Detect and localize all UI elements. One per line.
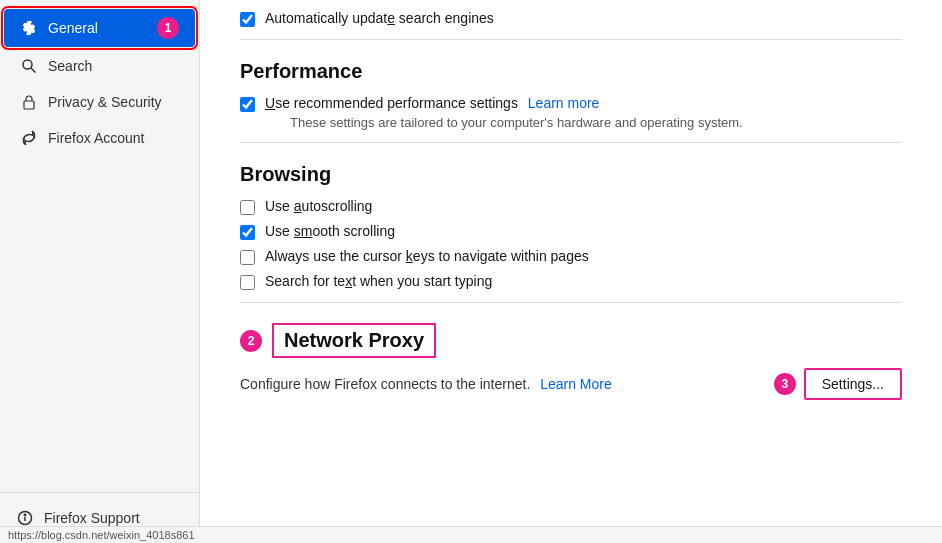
svg-rect-2 (24, 101, 34, 109)
performance-title: Performance (240, 60, 902, 83)
lock-icon (20, 93, 38, 111)
divider-1 (240, 39, 902, 40)
sidebar-item-privacy[interactable]: Privacy & Security (4, 85, 195, 119)
cursor-keys-row: Always use the cursor keys to navigate w… (240, 248, 902, 265)
autoscroll-label: Use autoscrolling (265, 198, 372, 214)
url-text: https://blog.csdn.net/weixin_4018s861 (8, 529, 195, 541)
autoscroll-checkbox[interactable] (240, 200, 255, 215)
network-proxy-row: Configure how Firefox connects to the in… (240, 368, 902, 400)
autoscroll-row: Use autoscrolling (240, 198, 902, 215)
firefox-support-label: Firefox Support (44, 510, 140, 526)
performance-learn-more-link[interactable]: Learn more (528, 95, 600, 111)
search-typing-checkbox[interactable] (240, 275, 255, 290)
gear-icon (20, 19, 38, 37)
sidebar-item-general-label: General (48, 20, 98, 36)
smooth-scroll-checkbox[interactable] (240, 225, 255, 240)
cursor-keys-label: Always use the cursor keys to navigate w… (265, 248, 589, 264)
proxy-description: Configure how Firefox connects to the in… (240, 376, 612, 392)
smooth-scroll-label: Use smooth scrolling (265, 223, 395, 239)
step-2-badge: 2 (240, 330, 262, 352)
network-proxy-header: 2 Network Proxy (240, 323, 902, 358)
search-typing-row: Search for text when you start typing (240, 273, 902, 290)
search-typing-label: Search for text when you start typing (265, 273, 492, 289)
svg-line-1 (31, 68, 36, 73)
proxy-learn-more-link[interactable]: Learn More (540, 376, 612, 392)
sidebar-item-general[interactable]: General 1 (4, 9, 195, 47)
sidebar-item-account-label: Firefox Account (48, 130, 145, 146)
svg-point-0 (23, 60, 32, 69)
url-bar: https://blog.csdn.net/weixin_4018s861 (0, 526, 942, 543)
sidebar-item-search-label: Search (48, 58, 92, 74)
performance-checkbox[interactable] (240, 97, 255, 112)
divider-2 (240, 142, 902, 143)
settings-button[interactable]: Settings... (804, 368, 902, 400)
performance-checkbox-row: Use recommended performance settings Lea… (240, 95, 902, 130)
settings-btn-wrapper: 3 Settings... (774, 368, 902, 400)
browsing-title: Browsing (240, 163, 902, 186)
svg-point-5 (24, 514, 25, 515)
divider-3 (240, 302, 902, 303)
sidebar-item-privacy-label: Privacy & Security (48, 94, 162, 110)
circle-info-icon (16, 509, 34, 527)
step-1-badge: 1 (157, 17, 179, 39)
smooth-scroll-row: Use smooth scrolling (240, 223, 902, 240)
auto-update-label: Automatically update search engines (265, 10, 494, 26)
sidebar: General 1 Search Privacy & Security (0, 0, 200, 543)
sync-icon (20, 129, 38, 147)
step-3-badge: 3 (774, 373, 796, 395)
main-content: Automatically update search engines Perf… (200, 0, 942, 543)
performance-description: These settings are tailored to your comp… (290, 115, 743, 130)
sidebar-item-search[interactable]: Search (4, 49, 195, 83)
cursor-keys-checkbox[interactable] (240, 250, 255, 265)
sidebar-item-account[interactable]: Firefox Account (4, 121, 195, 155)
performance-label: Use recommended performance settings Lea… (265, 95, 599, 111)
auto-update-checkbox[interactable] (240, 12, 255, 27)
auto-update-row: Automatically update search engines (240, 10, 902, 27)
search-icon (20, 57, 38, 75)
network-proxy-title: Network Proxy (272, 323, 436, 358)
